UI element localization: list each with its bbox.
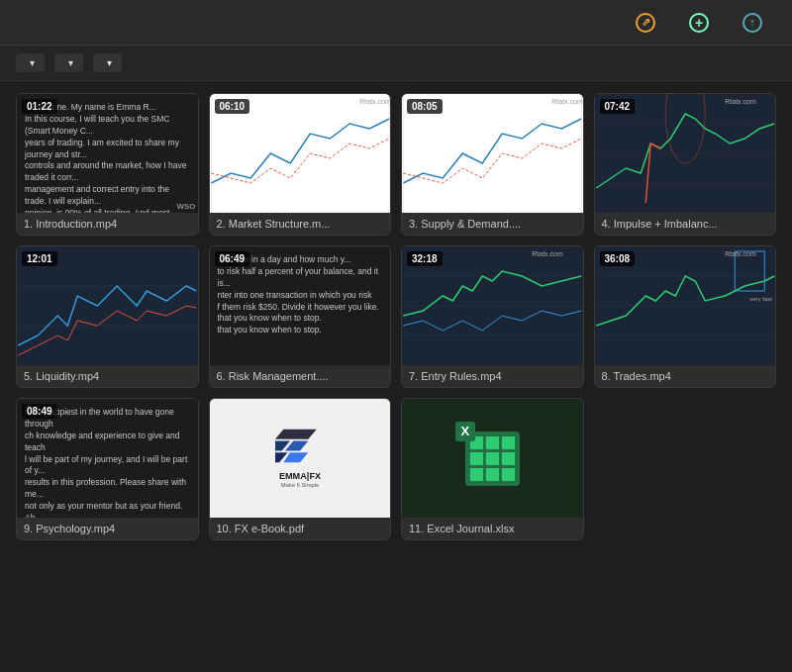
card-thumbnail: 32:18 Rtatx.com	[402, 246, 583, 365]
card-thumbnail: 06:10 Rtatx.com	[210, 94, 391, 213]
file-card-11[interactable]: X 11. Excel Journal.xlsx	[401, 398, 584, 540]
card-thumbnail: 08:05 Rtatx.com	[402, 94, 583, 213]
last-modified-filter-button[interactable]: ▾	[54, 53, 83, 72]
card-label: 8. Trades.mp4	[595, 365, 776, 387]
card-label: 6. Risk Management....	[210, 365, 391, 387]
svg-text:very fast: very fast	[749, 296, 772, 302]
create-folder-button[interactable]: +	[681, 9, 723, 37]
svg-text:Rtatx.com: Rtatx.com	[359, 98, 390, 105]
header: ⇗ + ↑	[0, 0, 792, 46]
last-modified-chevron-icon: ▾	[68, 57, 73, 68]
duration-badge: 07:42	[600, 99, 636, 114]
svg-text:Rtatx.com: Rtatx.com	[551, 98, 582, 105]
filter-bar: ▾ ▾ ▾	[0, 46, 792, 81]
file-card-7[interactable]: 32:18 Rtatx.com 7. Entry Rules.mp4	[401, 245, 584, 388]
header-actions: ⇗ + ↑	[628, 9, 776, 37]
card-label: 9. Psychology.mp4	[17, 518, 198, 539]
upload-button[interactable]: ↑	[735, 9, 776, 37]
svg-marker-29	[283, 452, 308, 462]
file-card-2[interactable]: 06:10 Rtatx.com 2. Market Structure.m...	[209, 93, 392, 236]
svg-text:EMMA|FX: EMMA|FX	[279, 471, 322, 481]
duration-badge: 01:22	[22, 99, 57, 114]
card-thumbnail: 36:08 Rtatx.com very fast	[595, 246, 776, 365]
duration-badge: 08:49	[22, 404, 57, 419]
upload-icon: ↑	[742, 13, 762, 33]
card-thumbnail: 12:01	[17, 246, 198, 365]
file-card-1[interactable]: 01:22 ...everyone. My name is Emma R...I…	[16, 93, 199, 236]
duration-badge: 12:01	[22, 251, 57, 266]
card-label: 5. Liquidity.mp4	[17, 365, 198, 387]
file-card-3[interactable]: 08:05 Rtatx.com 3. Supply & Demand....	[401, 93, 584, 236]
card-label: 2. Market Structure.m...	[210, 213, 391, 235]
files-grid: 01:22 ...everyone. My name is Emma R...I…	[16, 93, 776, 540]
file-card-6[interactable]: 06:49 ...to lose in a day and how much y…	[209, 245, 392, 388]
card-thumbnail: X	[402, 399, 583, 518]
files-grid-container: 01:22 ...everyone. My name is Emma R...I…	[0, 81, 792, 668]
svg-text:Rtatx.com: Rtatx.com	[725, 98, 756, 105]
file-card-4[interactable]: 07:42 Rtatx.com 4. Impulse + Imbalanc...	[594, 93, 777, 236]
app-container: ⇗ + ↑ ▾ ▾ ▾	[0, 0, 792, 668]
create-folder-icon: +	[689, 13, 709, 33]
file-card-10[interactable]: EMMA|FX Make It Simple 10. FX e-Book.pdf	[209, 398, 392, 540]
card-thumbnail: 07:42 Rtatx.com	[595, 94, 776, 213]
card-thumbnail: 06:49 ...to lose in a day and how much y…	[210, 246, 391, 365]
card-label: 1. Introduction.mp4	[17, 213, 198, 235]
svg-point-11	[665, 94, 705, 163]
type-chevron-icon: ▾	[30, 57, 35, 68]
duration-badge: 08:05	[407, 99, 443, 114]
card-label: 4. Impulse + Imbalanc...	[595, 213, 776, 235]
card-label: 7. Entry Rules.mp4	[402, 365, 583, 387]
type-filter-button[interactable]: ▾	[16, 53, 45, 72]
card-label: 11. Excel Journal.xlsx	[402, 518, 583, 539]
duration-badge: 32:18	[407, 251, 443, 266]
duration-badge: 06:49	[215, 251, 250, 266]
card-label: 3. Supply & Demand....	[402, 213, 583, 235]
share-folder-button[interactable]: ⇗	[628, 9, 669, 37]
file-card-8[interactable]: 36:08 Rtatx.com very fast 8. Trades.mp4	[594, 245, 777, 388]
date-added-filter-button[interactable]: ▾	[93, 53, 122, 72]
file-card-5[interactable]: 12:01 5. Liquidity.mp4	[16, 245, 199, 388]
watermark: WSO	[176, 202, 195, 211]
card-thumbnail: 08:49 n the happiest in the world to hav…	[17, 399, 198, 518]
svg-text:Make It Simple: Make It Simple	[280, 482, 319, 488]
card-thumbnail: EMMA|FX Make It Simple	[210, 399, 391, 518]
card-thumbnail: 01:22 ...everyone. My name is Emma R...I…	[17, 94, 198, 213]
svg-marker-25	[275, 430, 317, 439]
share-icon: ⇗	[636, 13, 655, 33]
duration-badge: 06:10	[215, 99, 250, 114]
card-label: 10. FX e-Book.pdf	[210, 518, 391, 539]
duration-badge: 36:08	[600, 251, 636, 266]
svg-text:Rtatx.com: Rtatx.com	[532, 250, 563, 257]
date-added-chevron-icon: ▾	[107, 57, 112, 68]
file-card-9[interactable]: 08:49 n the happiest in the world to hav…	[16, 398, 199, 540]
svg-text:Rtatx.com: Rtatx.com	[725, 250, 756, 257]
